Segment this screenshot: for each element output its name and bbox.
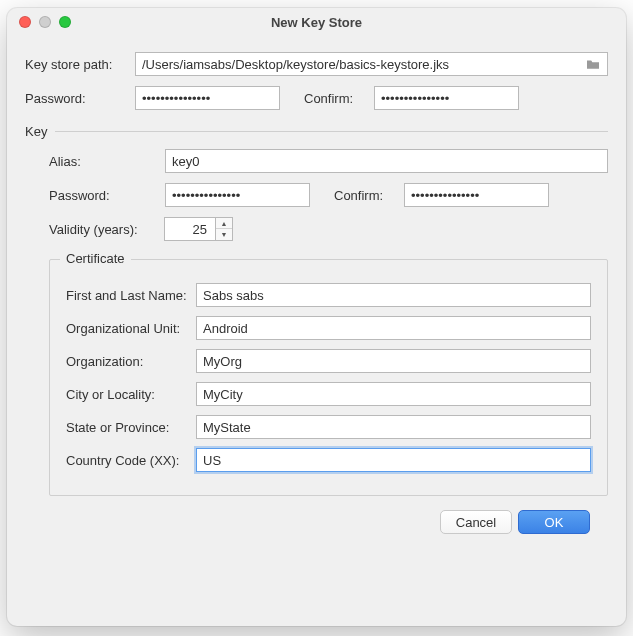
keystore-path-label: Key store path: xyxy=(25,57,125,72)
key-confirm-label: Confirm: xyxy=(334,188,394,203)
org-unit-label: Organizational Unit: xyxy=(66,321,196,336)
key-section-rule xyxy=(55,131,608,132)
state-label: State or Province: xyxy=(66,420,196,435)
titlebar: New Key Store xyxy=(7,8,626,36)
traffic-lights xyxy=(7,16,71,28)
key-section-label: Key xyxy=(25,124,47,139)
password-field[interactable] xyxy=(135,86,280,110)
cancel-button[interactable]: Cancel xyxy=(440,510,512,534)
validity-field[interactable] xyxy=(164,217,216,241)
keystore-path-value: /Users/iamsabs/Desktop/keystore/basics-k… xyxy=(142,57,579,72)
alias-field[interactable] xyxy=(165,149,608,173)
state-field[interactable] xyxy=(196,415,591,439)
dialog-title: New Key Store xyxy=(7,15,626,30)
key-password-field[interactable] xyxy=(165,183,310,207)
country-field[interactable] xyxy=(196,448,591,472)
city-field[interactable] xyxy=(196,382,591,406)
first-last-label: First and Last Name: xyxy=(66,288,196,303)
ok-button[interactable]: OK xyxy=(518,510,590,534)
certificate-section: Certificate First and Last Name: Organiz… xyxy=(49,259,608,496)
password-label: Password: xyxy=(25,91,125,106)
certificate-section-label: Certificate xyxy=(60,251,131,266)
minimize-icon xyxy=(39,16,51,28)
org-label: Organization: xyxy=(66,354,196,369)
confirm-password-label: Confirm: xyxy=(304,91,364,106)
confirm-password-field[interactable] xyxy=(374,86,519,110)
country-label: Country Code (XX): xyxy=(66,453,196,468)
city-label: City or Locality: xyxy=(66,387,196,402)
org-field[interactable] xyxy=(196,349,591,373)
org-unit-field[interactable] xyxy=(196,316,591,340)
key-password-label: Password: xyxy=(49,188,155,203)
first-last-field[interactable] xyxy=(196,283,591,307)
folder-icon[interactable] xyxy=(585,58,601,70)
stepper-up-icon[interactable]: ▲ xyxy=(216,218,232,229)
stepper-down-icon[interactable]: ▼ xyxy=(216,229,232,240)
close-icon[interactable] xyxy=(19,16,31,28)
dialog-window: New Key Store Key store path: /Users/iam… xyxy=(7,8,626,626)
keystore-path-field[interactable]: /Users/iamsabs/Desktop/keystore/basics-k… xyxy=(135,52,608,76)
validity-label: Validity (years): xyxy=(49,222,155,237)
alias-label: Alias: xyxy=(49,154,155,169)
key-confirm-field[interactable] xyxy=(404,183,549,207)
maximize-icon[interactable] xyxy=(59,16,71,28)
validity-stepper[interactable]: ▲ ▼ xyxy=(164,217,233,241)
